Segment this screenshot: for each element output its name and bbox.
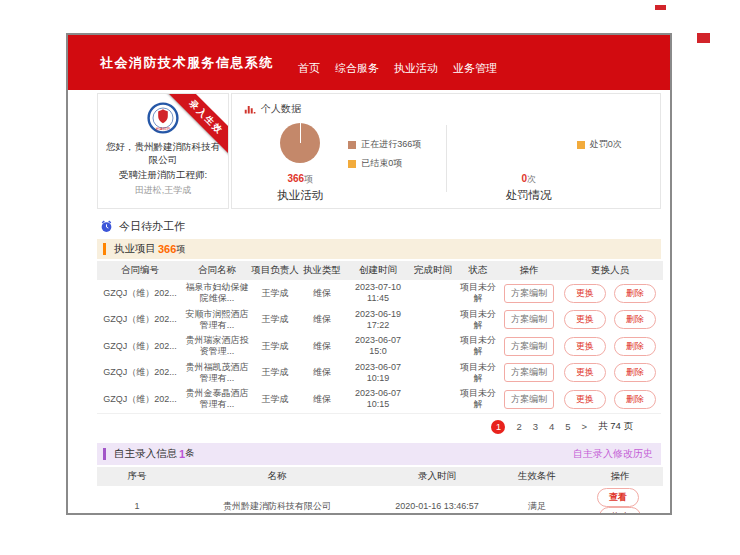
punishment-pie-chart: [509, 123, 549, 163]
main-nav: 首页 综合服务 执业活动 业务管理: [298, 61, 497, 76]
cell-status: 项目未分解: [455, 280, 501, 307]
col-serial: 序号: [97, 467, 177, 486]
page-current[interactable]: 1: [491, 420, 505, 434]
user-greeting: 您好，贵州黔建消防科技有限公司: [106, 141, 220, 167]
cell-status: 项目未分解: [455, 307, 501, 334]
delete-button[interactable]: 删除: [614, 337, 656, 356]
company-logo-icon: 黔建科护: [147, 102, 179, 134]
cell-created: 2023-06-0715:0: [345, 333, 411, 360]
cell-condition: 满足: [497, 486, 577, 516]
delete-button[interactable]: 删除: [614, 390, 656, 409]
app-header: 社会消防技术服务信息系统 首页 综合服务 执业活动 业务管理: [68, 35, 670, 90]
page-5[interactable]: 5: [565, 421, 570, 432]
plan-compile-button[interactable]: 方案编制: [504, 363, 554, 382]
bar-chart-icon: [244, 103, 256, 115]
delete-button[interactable]: 删除: [614, 310, 656, 329]
cell-serial: 1: [97, 486, 177, 516]
alarm-clock-icon: [100, 220, 113, 233]
col-name: 名称: [177, 467, 377, 486]
activity-legend: 正在进行366项 已结束0项: [348, 138, 421, 204]
view-button[interactable]: 查看: [597, 488, 639, 507]
projects-pagination: 1 2 3 4 5 > 共 74 页: [97, 413, 661, 439]
plan-compile-button[interactable]: 方案编制: [504, 284, 554, 303]
cell-created: 2023-07-1011:45: [345, 280, 411, 307]
projects-header-row: 合同编号 合同名称 项目负责人 执业类型 创建时间 完成时间 状态 操作 更换人…: [97, 261, 663, 280]
replace-button[interactable]: 更换: [564, 284, 606, 303]
projects-banner: 执业项目 366 项: [97, 239, 661, 259]
table-row: GZQJ（维）202... 贵州金泰晶酒店管理有... 王学成 维保 2023-…: [97, 386, 663, 413]
table-row: GZQJ（维）202... 贵州瑞家酒店投资管理... 王学成 维保 2023-…: [97, 333, 663, 360]
engineer-label: 受聘注册消防工程师:: [98, 169, 228, 182]
cell-status: 项目未分解: [455, 360, 501, 387]
punishment-count: 0次: [485, 168, 573, 186]
top-cards-row: 录入生效 黔建科护 您好，贵州黔建消防科技有限公司 受聘注册消防工程师: 田进松…: [97, 93, 661, 209]
cell-finished: [411, 280, 455, 307]
nav-practice-activities[interactable]: 执业活动: [394, 61, 438, 76]
col-type: 执业类型: [299, 261, 345, 280]
projects-count: 366: [158, 243, 176, 255]
cell-contract-name: 福泉市妇幼保健院维保...: [183, 280, 251, 307]
app-window: 社会消防技术服务信息系统 首页 综合服务 执业活动 业务管理 录入生效 黔建科护…: [66, 33, 672, 515]
personal-data-title: 个人数据: [261, 102, 301, 116]
cell-contract-name: 安顺市润熙酒店管理有...: [183, 307, 251, 334]
nav-business-management[interactable]: 业务管理: [453, 61, 497, 76]
personal-data-card: 个人数据 366项 执业活动: [231, 93, 661, 209]
col-status: 状态: [455, 261, 501, 280]
replace-button[interactable]: 更换: [564, 337, 606, 356]
activity-chart-col: 366项 执业活动: [256, 123, 344, 204]
col-contract-no: 合同编号: [97, 261, 183, 280]
nav-comprehensive-services[interactable]: 综合服务: [335, 61, 379, 76]
cell-owner: 王学成: [251, 280, 299, 307]
cell-contract-no: GZQJ（维）202...: [97, 386, 183, 413]
svg-text:黔建科护: 黔建科护: [156, 126, 171, 131]
cell-created: 2023-06-0710:15: [345, 386, 411, 413]
punishment-chart-half: 0次 处罚情况 处罚0次: [447, 123, 661, 204]
cell-created: 2023-06-1917:22: [345, 307, 411, 334]
activity-chart-half: 366项 执业活动 正在进行366项 已结束0项: [232, 123, 446, 204]
cell-contract-no: GZQJ（维）202...: [97, 333, 183, 360]
plan-compile-button[interactable]: 方案编制: [504, 390, 554, 409]
cell-finished: [411, 386, 455, 413]
replace-button[interactable]: 更换: [564, 310, 606, 329]
plan-compile-button[interactable]: 方案编制: [504, 310, 554, 329]
punishment-label: 处罚情况: [485, 188, 573, 203]
cell-type: 维保: [299, 386, 345, 413]
entry-history-link[interactable]: 自主录入修改历史: [573, 447, 661, 461]
cell-type: 维保: [299, 307, 345, 334]
edit-button[interactable]: 修改: [599, 507, 641, 516]
cell-owner: 王学成: [251, 360, 299, 387]
cell-created: 2023-06-0710:19: [345, 360, 411, 387]
cell-type: 维保: [299, 333, 345, 360]
page-4[interactable]: 4: [549, 421, 554, 432]
plan-compile-button[interactable]: 方案编制: [504, 337, 554, 356]
cell-owner: 王学成: [251, 307, 299, 334]
col-operation: 操作: [501, 261, 557, 280]
activity-count: 366项: [256, 168, 344, 186]
page-3[interactable]: 3: [533, 421, 538, 432]
app-title: 社会消防技术服务信息系统: [100, 54, 274, 72]
cell-finished: [411, 333, 455, 360]
self-entry-banner: 自主录入信息 1 条 自主录入修改历史: [97, 443, 661, 465]
banner-accent-bar: [103, 448, 106, 460]
cell-contract-name: 贵州金泰晶酒店管理有...: [183, 386, 251, 413]
cell-owner: 王学成: [251, 333, 299, 360]
nav-home[interactable]: 首页: [298, 61, 320, 76]
pie-zero-tick: [300, 123, 301, 143]
activity-label: 执业活动: [256, 188, 344, 203]
personal-data-header: 个人数据: [232, 94, 660, 116]
red-artifact: [697, 33, 710, 43]
cell-status: 项目未分解: [455, 333, 501, 360]
cell-contract-no: GZQJ（维）202...: [97, 307, 183, 334]
next-page-arrow[interactable]: >: [582, 421, 588, 432]
table-row: GZQJ（维）202... 安顺市润熙酒店管理有... 王学成 维保 2023-…: [97, 307, 663, 334]
page-2[interactable]: 2: [516, 421, 521, 432]
replace-button[interactable]: 更换: [564, 363, 606, 382]
projects-table: 合同编号 合同名称 项目负责人 执业类型 创建时间 完成时间 状态 操作 更换人…: [97, 261, 663, 413]
replace-button[interactable]: 更换: [564, 390, 606, 409]
activity-pie-chart: [280, 123, 320, 163]
todo-section-header: 今日待办工作: [100, 219, 670, 234]
cell-owner: 王学成: [251, 386, 299, 413]
legend-item-ongoing: 正在进行366项: [348, 138, 421, 151]
delete-button[interactable]: 删除: [614, 284, 656, 303]
delete-button[interactable]: 删除: [614, 363, 656, 382]
